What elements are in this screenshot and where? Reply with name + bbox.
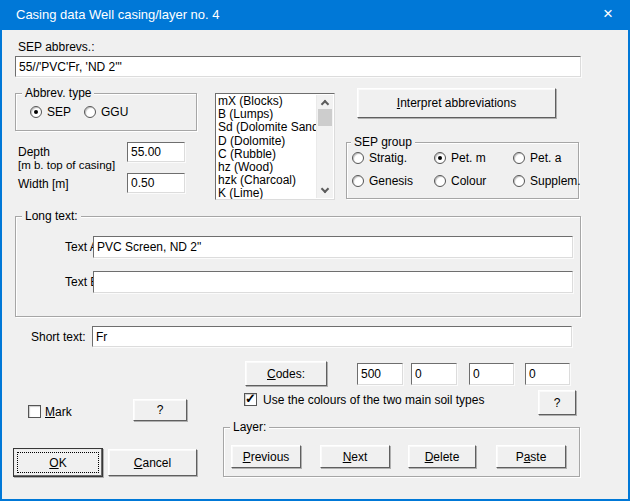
radio-ggu-icon[interactable] bbox=[84, 106, 96, 118]
short-text-label: Short text: bbox=[31, 330, 86, 344]
radio-pet-m[interactable]: Pet. m bbox=[434, 151, 486, 165]
radio-ggu-label: GGU bbox=[101, 105, 128, 119]
cancel-button[interactable]: Cancel bbox=[108, 449, 197, 476]
scroll-down-icon[interactable] bbox=[321, 185, 329, 193]
short-text-input[interactable] bbox=[92, 326, 572, 347]
interpret-abbreviations-button[interactable]: Interpret abbreviations bbox=[357, 88, 556, 118]
depth-input[interactable] bbox=[127, 142, 185, 162]
radio-sep-icon[interactable] bbox=[30, 106, 42, 118]
ok-button[interactable]: OK bbox=[13, 448, 103, 477]
radio-ggu[interactable]: GGU bbox=[84, 105, 128, 119]
scrollbar-thumb[interactable] bbox=[318, 109, 332, 126]
mark-label: Mark bbox=[45, 405, 72, 419]
radio-sep-label: SEP bbox=[47, 105, 71, 119]
long-text-group: Long text: Text A1: Text B bbox=[15, 216, 581, 317]
abbreviation-list-items: mX (Blocks) B (Lumps) Sd (Dolomite Sand)… bbox=[218, 95, 315, 200]
radio-genesis-icon[interactable] bbox=[352, 175, 364, 187]
radio-stratig[interactable]: Stratig. bbox=[352, 151, 407, 165]
title-bar: Casing data Well casing/layer no. 4 × bbox=[0, 0, 630, 30]
codes-button[interactable]: Codes: bbox=[245, 361, 327, 386]
width-label: Width [m] bbox=[18, 177, 69, 191]
radio-colour-label: Colour bbox=[451, 174, 486, 188]
abbreviation-listbox[interactable]: mX (Blocks) B (Lumps) Sd (Dolomite Sand)… bbox=[215, 93, 335, 200]
sep-group-label: SEP group bbox=[351, 135, 415, 149]
list-item[interactable]: K (Lime) bbox=[218, 187, 315, 200]
radio-colour[interactable]: Colour bbox=[434, 174, 486, 188]
layer-group-label: Layer: bbox=[230, 420, 269, 434]
text-b-input[interactable] bbox=[93, 271, 573, 293]
sep-abbrevs-label: SEP abbrevs.: bbox=[18, 40, 95, 54]
listbox-scrollbar[interactable] bbox=[316, 95, 333, 198]
next-button[interactable]: Next bbox=[320, 445, 390, 468]
code-input-3[interactable] bbox=[469, 363, 514, 385]
long-text-group-label: Long text: bbox=[22, 209, 81, 223]
code-input-1[interactable] bbox=[357, 363, 403, 385]
code-input-4[interactable] bbox=[525, 363, 570, 385]
radio-sep[interactable]: SEP bbox=[30, 105, 71, 119]
mark-checkbox[interactable] bbox=[28, 405, 41, 418]
code-input-2[interactable] bbox=[411, 363, 457, 385]
help-button-left[interactable]: ? bbox=[133, 399, 187, 421]
abbrev-type-group: Abbrev. type SEP GGU bbox=[15, 93, 197, 131]
dialog-window: Casing data Well casing/layer no. 4 × SE… bbox=[0, 0, 630, 501]
radio-supplem-label: Supplem. bbox=[530, 174, 581, 188]
radio-pet-a[interactable]: Pet. a bbox=[513, 151, 561, 165]
help-button-right[interactable]: ? bbox=[538, 390, 576, 415]
scroll-up-icon[interactable] bbox=[321, 100, 329, 108]
list-item[interactable]: Sd (Dolomite Sand) bbox=[218, 121, 315, 134]
radio-genesis-label: Genesis bbox=[369, 174, 413, 188]
radio-pet-m-icon[interactable] bbox=[434, 152, 446, 164]
list-item[interactable]: D (Dolomite) bbox=[218, 135, 315, 148]
dialog-title: Casing data Well casing/layer no. 4 bbox=[16, 0, 220, 30]
close-icon[interactable]: × bbox=[586, 0, 630, 30]
radio-genesis[interactable]: Genesis bbox=[352, 174, 413, 188]
sep-group: SEP group Stratig. Pet. m Pet. a Genesis… bbox=[346, 142, 579, 199]
radio-stratig-icon[interactable] bbox=[352, 152, 364, 164]
sep-abbrevs-input[interactable] bbox=[15, 56, 581, 77]
radio-colour-icon[interactable] bbox=[434, 175, 446, 187]
text-a1-input[interactable] bbox=[93, 236, 573, 258]
paste-button[interactable]: Paste bbox=[496, 445, 566, 468]
radio-supplem-icon[interactable] bbox=[513, 175, 525, 187]
radio-pet-m-label: Pet. m bbox=[451, 151, 486, 165]
depth-label: Depth bbox=[18, 145, 50, 159]
layer-group: Layer: Previous Next Delete Paste bbox=[223, 427, 580, 477]
width-input[interactable] bbox=[127, 173, 185, 193]
radio-stratig-label: Stratig. bbox=[369, 151, 407, 165]
radio-pet-a-label: Pet. a bbox=[530, 151, 561, 165]
radio-supplem[interactable]: Supplem. bbox=[513, 174, 581, 188]
delete-button[interactable]: Delete bbox=[408, 445, 476, 468]
use-colours-label: Use the colours of the two main soil typ… bbox=[263, 393, 484, 407]
abbrev-type-group-label: Abbrev. type bbox=[22, 86, 94, 100]
previous-button[interactable]: Previous bbox=[231, 445, 301, 468]
depth-sublabel: [m b. top of casing] bbox=[18, 159, 115, 171]
use-colours-checkbox[interactable] bbox=[244, 393, 257, 406]
radio-pet-a-icon[interactable] bbox=[513, 152, 525, 164]
